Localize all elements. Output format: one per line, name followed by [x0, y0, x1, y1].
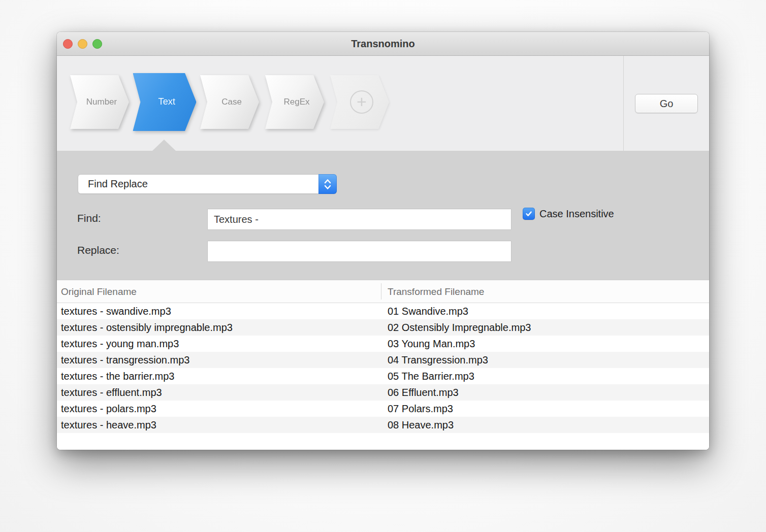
- replace-label: Replace:: [77, 244, 119, 256]
- transformed-filename-cell: 04 Transgression.mp3: [381, 352, 709, 368]
- step-tab-wrap: Text: [135, 75, 194, 129]
- replace-input[interactable]: [207, 241, 512, 262]
- case-insensitive-label[interactable]: Case Insensitive: [539, 208, 614, 220]
- original-filename-cell: textures - young man.mp3: [57, 336, 381, 352]
- transformed-filename-cell: 07 Polars.mp3: [381, 401, 709, 417]
- table-row[interactable]: textures - ostensibly impregnable.mp3 02…: [57, 319, 709, 336]
- find-label: Find:: [77, 212, 101, 224]
- step-tab-label: RegEx: [283, 97, 309, 107]
- window-title: Transnomino: [57, 32, 709, 55]
- transformed-filename-cell: 02 Ostensibly Impregnable.mp3: [381, 319, 709, 336]
- step-tab-wrap: Number: [70, 75, 129, 129]
- table-header: Original Filename Transformed Filename: [57, 280, 709, 303]
- original-filename-cell: textures - transgression.mp3: [57, 352, 381, 368]
- preview-table: Original Filename Transformed Filename t…: [57, 280, 709, 450]
- column-header-transformed[interactable]: Transformed Filename: [381, 280, 709, 303]
- transformed-filename-cell: 05 The Barrier.mp3: [381, 368, 709, 384]
- original-filename-cell: textures - effluent.mp3: [57, 384, 381, 401]
- table-row[interactable]: textures - swandive.mp3 01 Swandive.mp3: [57, 303, 709, 319]
- original-filename-cell: textures - the barrier.mp3: [57, 368, 381, 384]
- step-tab-wrap: Case: [200, 75, 259, 129]
- table-row[interactable]: textures - young man.mp3 03 Young Man.mp…: [57, 336, 709, 352]
- step-tab-wrap: RegEx: [265, 75, 324, 129]
- step-tab-label: Case: [221, 97, 242, 107]
- step-settings-panel: Find Replace Find: Replace: Case Insensi…: [57, 151, 709, 280]
- column-header-original[interactable]: Original Filename: [57, 280, 381, 303]
- action-select-value: Find Replace: [88, 175, 148, 193]
- step-tab-label: Text: [158, 96, 175, 108]
- table-row[interactable]: textures - the barrier.mp3 05 The Barrie…: [57, 368, 709, 384]
- plus-glyph: +: [357, 93, 367, 110]
- step-tab-wrap: +: [330, 75, 389, 129]
- original-filename-cell: textures - ostensibly impregnable.mp3: [57, 319, 381, 336]
- transformed-filename-cell: 03 Young Man.mp3: [381, 336, 709, 352]
- step-tab-case[interactable]: Case: [200, 75, 259, 129]
- app-window: Transnomino Number Text Case RegEx: [57, 32, 709, 450]
- transformed-filename-cell: 06 Effluent.mp3: [381, 384, 709, 401]
- go-button[interactable]: Go: [635, 94, 698, 113]
- table-row[interactable]: textures - transgression.mp3 04 Transgre…: [57, 352, 709, 368]
- toolbar: Number Text Case RegEx: [57, 56, 709, 151]
- action-select[interactable]: Find Replace: [78, 174, 337, 194]
- table-row[interactable]: textures - effluent.mp3 06 Effluent.mp3: [57, 384, 709, 401]
- transformed-filename-cell: 08 Heave.mp3: [381, 417, 709, 433]
- original-filename-cell: textures - heave.mp3: [57, 417, 381, 433]
- find-input[interactable]: [207, 209, 512, 230]
- column-divider[interactable]: [381, 283, 381, 300]
- original-filename-cell: textures - swandive.mp3: [57, 303, 381, 319]
- table-row[interactable]: textures - heave.mp3 08 Heave.mp3: [57, 417, 709, 433]
- step-tab-number[interactable]: Number: [70, 75, 129, 129]
- add-step-button[interactable]: +: [330, 75, 389, 129]
- title-bar[interactable]: Transnomino: [57, 32, 709, 56]
- transformed-filename-cell: 01 Swandive.mp3: [381, 303, 709, 319]
- stepper-chevrons-icon[interactable]: [318, 174, 337, 194]
- toolbar-divider: [623, 56, 624, 151]
- original-filename-cell: textures - polars.mp3: [57, 401, 381, 417]
- step-tab-regex[interactable]: RegEx: [265, 75, 324, 129]
- table-row[interactable]: textures - polars.mp3 07 Polars.mp3: [57, 401, 709, 417]
- case-insensitive-checkbox[interactable]: [523, 208, 535, 220]
- selected-tab-caret: [152, 140, 176, 151]
- step-tab-label: Number: [86, 97, 117, 107]
- step-tab-text[interactable]: Text: [133, 73, 196, 131]
- plus-circle-icon: +: [350, 90, 373, 114]
- rename-steps: Number Text Case RegEx: [70, 75, 389, 129]
- checkmark-icon: [525, 210, 533, 218]
- table-body: textures - swandive.mp3 01 Swandive.mp3 …: [57, 303, 709, 433]
